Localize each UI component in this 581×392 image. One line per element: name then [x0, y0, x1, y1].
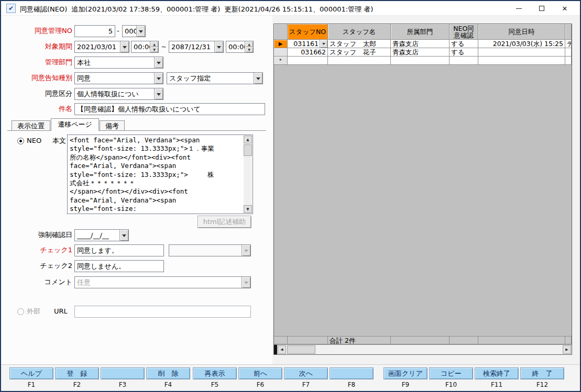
- kanri-no-input[interactable]: 5: [74, 25, 115, 37]
- grid-header-staff-no[interactable]: スタッフNO: [288, 24, 328, 40]
- cell-dept[interactable]: 青森支店: [391, 40, 450, 48]
- next-button[interactable]: 次へ: [284, 367, 328, 379]
- cell-staff-name[interactable]: [328, 57, 391, 65]
- cell-extra[interactable]: [565, 48, 572, 57]
- app-icon: [6, 4, 16, 13]
- spin-up-icon[interactable]: ▲: [150, 41, 158, 47]
- period-from-date-combobox[interactable]: 2021/03/01: [74, 41, 129, 53]
- maximize-button[interactable]: [530, 1, 553, 16]
- spinner-buttons[interactable]: ▲▼: [150, 41, 158, 52]
- scroll-up-icon[interactable]: ▲: [244, 136, 252, 143]
- kokuchi-target-combobox[interactable]: スタッフ指定: [167, 72, 263, 84]
- kanri-bumon-combobox[interactable]: 本社: [74, 57, 163, 69]
- scrollbar-thumb[interactable]: [244, 144, 252, 156]
- kubun-combobox[interactable]: 個人情報取扱につい: [74, 88, 163, 100]
- dropdown-arrow-icon[interactable]: [119, 230, 128, 241]
- dropdown-arrow-icon[interactable]: [214, 41, 223, 52]
- cell-staff-no[interactable]: [288, 57, 328, 65]
- check1-input[interactable]: 同意します。: [74, 244, 164, 256]
- clear-screen-button[interactable]: 画面クリア: [383, 367, 427, 379]
- tab-hyoji-ichi[interactable]: 表示位置: [12, 120, 50, 131]
- new-row-marker-icon[interactable]: ＊: [274, 57, 288, 65]
- period-from-time-spinner[interactable]: 00:00 ▲▼: [131, 41, 159, 53]
- redisplay-button[interactable]: 再表示: [193, 367, 237, 379]
- cell-neo-confirm[interactable]: [450, 57, 478, 65]
- previous-button[interactable]: 前へ: [238, 367, 282, 379]
- register-button[interactable]: 登 録: [55, 367, 99, 379]
- cell-datetime[interactable]: 2021/03/03(水) 15:25: [478, 40, 565, 48]
- table-row[interactable]: ▶ 031161 スタッフ 太郎 青森支店 する 2021/03/03(水) 1…: [274, 40, 572, 48]
- copy-button[interactable]: コピー: [429, 367, 473, 379]
- kanri-no-sub-combobox[interactable]: 000: [122, 25, 146, 37]
- kubun-value: 個人情報取扱につい: [75, 88, 154, 99]
- dropdown-arrow-icon[interactable]: [154, 73, 163, 84]
- cell-datetime[interactable]: [478, 57, 565, 65]
- grid-header-row: スタッフNO スタッフ名 所属部門 NEO同 意確認 同意日時: [274, 24, 572, 40]
- dropdown-arrow-icon[interactable]: [154, 88, 163, 99]
- cell-neo-confirm[interactable]: する: [450, 48, 478, 57]
- scroll-left-icon[interactable]: ◀: [278, 345, 286, 354]
- scrollbar-thumb[interactable]: [287, 345, 315, 354]
- cell-extra[interactable]: [565, 57, 572, 65]
- cell-dept[interactable]: [391, 57, 450, 65]
- neo-radio[interactable]: [17, 138, 24, 144]
- check2-input[interactable]: 同意しません。: [74, 260, 164, 272]
- exit-button[interactable]: 終 了: [520, 367, 564, 379]
- kokuchi-combobox[interactable]: 同意: [74, 72, 163, 84]
- dropdown-arrow-icon[interactable]: [120, 41, 129, 52]
- force-date-combobox[interactable]: ____/__/__: [74, 229, 129, 241]
- app-window: 同意確認(NEO) 追加(2021/03/02 17:38:59、000001:…: [0, 0, 581, 392]
- delete-button[interactable]: 削 除: [146, 367, 190, 379]
- spin-down-icon[interactable]: ▼: [245, 47, 253, 53]
- scroll-down-icon[interactable]: ▼: [244, 205, 252, 213]
- grid-header-dept[interactable]: 所属部門: [391, 24, 450, 40]
- fkey-caption: F1: [9, 381, 53, 389]
- f8-button[interactable]: [330, 367, 374, 379]
- spin-up-icon[interactable]: ▲: [245, 41, 253, 47]
- dropdown-arrow-icon[interactable]: [320, 40, 327, 48]
- neo-radio-label: NEO: [27, 135, 41, 147]
- grid-header-datetime[interactable]: 同意日時: [478, 24, 565, 40]
- kanri-no-sub-value: 000: [123, 26, 136, 37]
- cell-datetime[interactable]: [478, 48, 565, 57]
- tab-biko[interactable]: 備考: [100, 120, 125, 131]
- close-button[interactable]: ✕: [553, 1, 576, 16]
- body-textarea[interactable]: <font face="Arial, Verdana"><span style=…: [67, 135, 253, 214]
- spinner-buttons[interactable]: ▲▼: [245, 41, 253, 52]
- cell-extra[interactable]: テ: [565, 40, 572, 48]
- dropdown-arrow-icon[interactable]: [154, 57, 163, 68]
- period-to-date-combobox[interactable]: 2087/12/31: [169, 41, 224, 53]
- kenmei-input[interactable]: 【同意確認】個人情報の取扱いについて: [74, 103, 265, 115]
- scrollbar-split-handle[interactable]: [274, 345, 277, 354]
- scroll-right-icon[interactable]: ▶: [563, 345, 571, 354]
- period-to-time-spinner[interactable]: 00:00 ▲▼: [226, 41, 254, 53]
- f3-button[interactable]: [101, 367, 145, 379]
- dropdown-arrow-icon[interactable]: [136, 26, 145, 37]
- spin-down-icon[interactable]: ▼: [150, 47, 158, 53]
- dropdown-arrow-icon[interactable]: [254, 73, 262, 84]
- table-row-new[interactable]: ＊: [274, 57, 572, 65]
- body-scrollbar[interactable]: ▲ ▼: [244, 136, 252, 213]
- row-selector[interactable]: [274, 48, 288, 57]
- minimize-button[interactable]: [507, 1, 530, 16]
- cell-neo-confirm[interactable]: する: [450, 40, 478, 48]
- grid-header-staff-name[interactable]: スタッフ名: [328, 24, 391, 40]
- help-button[interactable]: ヘルプ: [9, 367, 53, 379]
- period-from-time-value: 00:00: [131, 41, 150, 52]
- active-row-marker-icon[interactable]: ▶: [274, 40, 288, 48]
- cell-staff-no[interactable]: 031662: [288, 48, 328, 57]
- tab-seni-page[interactable]: 遷移ページ: [51, 118, 99, 131]
- check1-label: チェック1: [10, 244, 72, 256]
- table-row[interactable]: 031662 スタッフ 花子 青森支店 する: [274, 48, 572, 57]
- end-search-button[interactable]: 検索終了: [475, 367, 519, 379]
- period-to-time-value: 00:00: [226, 41, 245, 52]
- cell-dept[interactable]: 青森支店: [391, 48, 450, 57]
- cell-staff-name[interactable]: スタッフ 太郎: [328, 40, 391, 48]
- grid-header-neo-confirm[interactable]: NEO同 意確認: [450, 24, 478, 40]
- grid-horizontal-scrollbar[interactable]: ◀ ▶: [274, 344, 572, 354]
- cell-staff-name[interactable]: スタッフ 花子: [328, 48, 391, 57]
- cell-staff-no[interactable]: 031161: [288, 40, 328, 48]
- grid-header-partial[interactable]: [565, 24, 572, 40]
- body-label: 本文: [52, 135, 66, 147]
- grid-corner-cell[interactable]: [274, 24, 288, 40]
